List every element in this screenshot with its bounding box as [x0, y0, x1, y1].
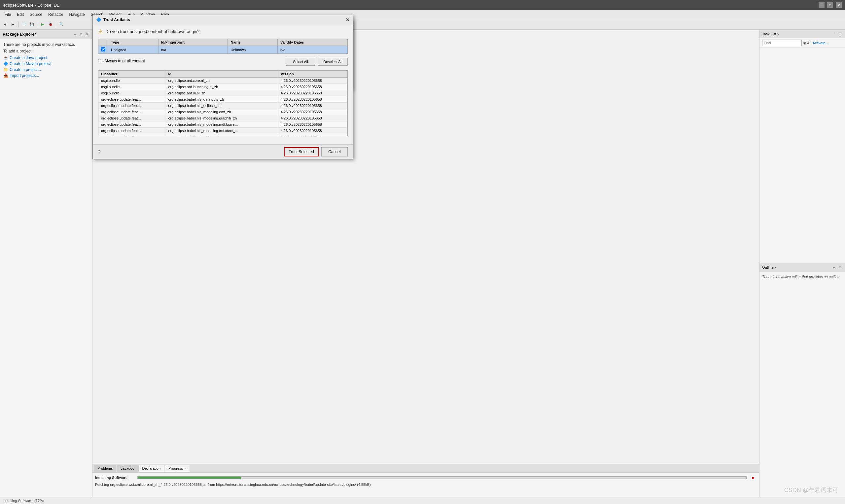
to-add-project-text: To add a project:	[3, 49, 89, 53]
pkg-version-cell: 4.26.0.v20230220105658	[278, 122, 347, 128]
progress-bar-fill	[138, 476, 241, 479]
pkg-table-row: org.eclipse.update.feat... org.eclipse.b…	[99, 109, 347, 115]
toolbar-forward[interactable]: ▶	[9, 21, 17, 28]
always-trust-checkbox[interactable]	[98, 59, 102, 64]
trust-dialog-close[interactable]: ✕	[346, 17, 350, 22]
pkg-id-cell: org.eclipse.babel.nls_modeling.tmf.xtext…	[165, 128, 278, 134]
top-table-type-header: Type	[108, 39, 158, 46]
right-panel-bottom: Outline × ─ □ There is no active editor …	[759, 264, 845, 497]
menu-navigate[interactable]: Navigate	[66, 11, 87, 18]
menu-file[interactable]: File	[2, 11, 14, 18]
javadoc-tab[interactable]: Javadoc	[117, 465, 138, 472]
task-all-label[interactable]: ◉ All	[803, 41, 811, 45]
top-row-checkbox-cell	[99, 46, 108, 54]
toolbar-sep-1	[18, 21, 18, 28]
toolbar-save[interactable]: 💾	[28, 21, 35, 28]
pkg-table-row: osgi.bundle org.eclipse.ant.core.nl_zh 4…	[99, 77, 347, 84]
select-all-button[interactable]: Select All	[286, 58, 315, 66]
trust-help-icon[interactable]: ?	[98, 149, 101, 155]
trust-top-table: Type Id/Fingerprint Name Validity Dates …	[98, 39, 348, 54]
project-icon: 📁	[3, 67, 8, 72]
task-activate-label[interactable]: Activate...	[813, 41, 828, 45]
panel-maximize-icon[interactable]: □	[79, 32, 84, 37]
create-java-project-link[interactable]: ☕ Create a Java project	[3, 55, 89, 60]
close-button[interactable]: ✕	[836, 2, 842, 8]
toolbar-sep-3	[56, 21, 56, 28]
pkg-version-cell: 4.26.0.v20230220105658	[278, 115, 347, 122]
toolbar-debug[interactable]: 🐞	[47, 21, 54, 28]
top-table-check-header	[99, 39, 108, 46]
no-projects-text: There are no projects in your workspace.	[3, 42, 89, 47]
task-find-row: ◉ All Activate...	[759, 38, 845, 48]
trust-btn-row: Select All Deselect All	[286, 58, 348, 66]
problems-tab[interactable]: Problems	[94, 465, 116, 472]
pkg-version-cell: 4.26.0.v20230220105658	[278, 90, 347, 96]
panel-close-icon[interactable]: ✕	[85, 32, 89, 37]
toolbar-new[interactable]: 📄	[20, 21, 28, 28]
progress-tab[interactable]: Progress ×	[165, 465, 190, 472]
deselect-all-button[interactable]: Deselect All	[318, 58, 348, 66]
menu-edit[interactable]: Edit	[14, 11, 27, 18]
outline-min-icon[interactable]: ─	[832, 265, 837, 270]
title-bar: eclipseSoftware - Eclipse IDE ─ □ ✕	[0, 0, 845, 10]
menu-source[interactable]: Source	[27, 11, 45, 18]
pkg-version-header: Version	[278, 71, 347, 77]
title-bar-buttons: ─ □ ✕	[818, 2, 842, 8]
minimize-button[interactable]: ─	[818, 2, 825, 8]
task-list-tab[interactable]: Task List × ─ □	[759, 30, 845, 38]
trust-cancel-button[interactable]: Cancel	[321, 147, 348, 157]
pkg-table-row: org.eclipse.update.feat... org.eclipse.b…	[99, 115, 347, 122]
always-trust-and-btns: Always trust all content Select All Dese…	[98, 58, 348, 68]
pkg-id-cell: org.eclipse.babel.nls_eclipse_zh	[165, 103, 278, 109]
java-project-icon: ☕	[3, 55, 8, 60]
pkg-classifier-cell: org.eclipse.update.feat...	[99, 96, 165, 103]
top-table-id-header: Id/Fingerprint	[158, 39, 228, 46]
maximize-button[interactable]: □	[827, 2, 833, 8]
task-list-label: Task List ×	[762, 32, 779, 36]
pkg-version-cell: 4.26.0.v20230220105658	[278, 103, 347, 109]
trust-selected-button[interactable]: Trust Selected	[284, 147, 319, 157]
package-explorer-content: There are no projects in your workspace.…	[0, 39, 92, 497]
toolbar-back[interactable]: ◀	[1, 21, 8, 28]
trust-dialog-title: Trust Artifacts	[103, 18, 130, 22]
pkg-classifier-cell: org.eclipse.update.feat...	[99, 115, 165, 122]
task-find-input[interactable]	[762, 40, 802, 46]
task-max-icon[interactable]: □	[838, 32, 842, 36]
app-title: eclipseSoftware - Eclipse IDE	[3, 3, 60, 7]
trust-pkg-table-container[interactable]: Classifier Id Version osgi.bundle org.ec…	[98, 70, 348, 136]
task-min-icon[interactable]: ─	[832, 32, 837, 36]
status-bar: Installing Software: (17%)	[0, 497, 845, 504]
create-maven-project-link[interactable]: 🔷 Create a Maven project	[3, 61, 89, 66]
package-explorer-tab[interactable]: Package Explorer ─ □ ✕	[0, 30, 92, 39]
outline-content: There is no active editor that provides …	[759, 272, 845, 281]
pkg-version-cell: 4.26.0.v20230220105658	[278, 77, 347, 84]
outline-label: Outline ×	[762, 265, 777, 269]
create-project-link[interactable]: 📁 Create a project...	[3, 67, 89, 72]
trust-question-text: Do you trust unsigned content of unknown…	[105, 29, 199, 34]
outline-tab[interactable]: Outline × ─ □	[759, 264, 845, 272]
menu-refactor[interactable]: Refactor	[46, 11, 66, 18]
panel-minimize-icon[interactable]: ─	[73, 32, 77, 37]
pkg-id-cell: org.eclipse.babel.nls_modeling.emf_zh	[165, 109, 278, 115]
pkg-classifier-cell: org.eclipse.update.feat...	[99, 134, 165, 137]
trust-top-row: Unsigned n/a Unknown n/a	[99, 46, 348, 54]
progress-status-text: Fetching org.eclipse.wst.xml.core.nl_zh_…	[95, 483, 757, 486]
toolbar-search[interactable]: 🔍	[58, 21, 65, 28]
top-row-checkbox[interactable]	[101, 47, 105, 52]
pkg-table-row: org.eclipse.update.feat... org.eclipse.b…	[99, 103, 347, 109]
top-row-id: n/a	[158, 46, 228, 54]
outline-max-icon[interactable]: □	[838, 265, 842, 270]
trust-question: ⚠ Do you trust unsigned content of unkno…	[98, 29, 348, 35]
installing-label: Installing Software	[95, 475, 135, 480]
declaration-tab[interactable]: Declaration	[138, 465, 164, 472]
toolbar-run[interactable]: ▶	[39, 21, 46, 28]
pkg-version-cell: 4.26.0.v20230220105658	[278, 134, 347, 137]
import-projects-link[interactable]: 📥 Import projects...	[3, 73, 89, 78]
trust-dialog-body: ⚠ Do you trust unsigned content of unkno…	[93, 24, 353, 144]
pkg-id-cell: org.eclipse.babel.nls_datatools_zh	[165, 96, 278, 103]
progress-bar-container	[137, 476, 746, 479]
import-icon: 📥	[3, 73, 8, 78]
stop-progress-btn[interactable]: ■	[749, 474, 757, 481]
pkg-table-row: org.eclipse.update.feat... org.eclipse.b…	[99, 122, 347, 128]
pkg-classifier-cell: org.eclipse.update.feat...	[99, 103, 165, 109]
